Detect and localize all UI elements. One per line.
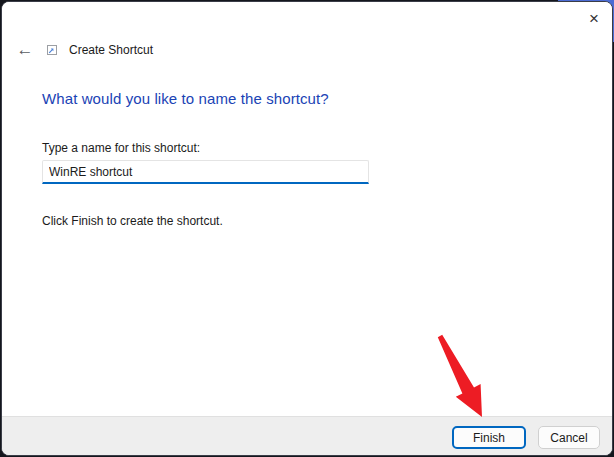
window-title: Create Shortcut <box>69 43 153 57</box>
cancel-button[interactable]: Cancel <box>538 426 600 449</box>
titlebar: × <box>2 2 612 38</box>
finish-instruction: Click Finish to create the shortcut. <box>42 214 223 228</box>
create-shortcut-window: × ← Create Shortcut What would you like … <box>1 1 613 456</box>
shortcut-name-label: Type a name for this shortcut: <box>42 141 200 155</box>
close-button[interactable]: × <box>582 8 606 30</box>
back-arrow-icon: ← <box>17 40 34 60</box>
close-icon: × <box>589 9 599 29</box>
finish-button[interactable]: Finish <box>452 426 526 449</box>
back-button[interactable]: ← <box>14 40 36 60</box>
wizard-heading: What would you like to name the shortcut… <box>42 90 329 107</box>
shortcut-name-input[interactable] <box>42 160 369 184</box>
wizard-nav: ← Create Shortcut <box>14 40 153 60</box>
shortcut-icon <box>46 44 58 56</box>
